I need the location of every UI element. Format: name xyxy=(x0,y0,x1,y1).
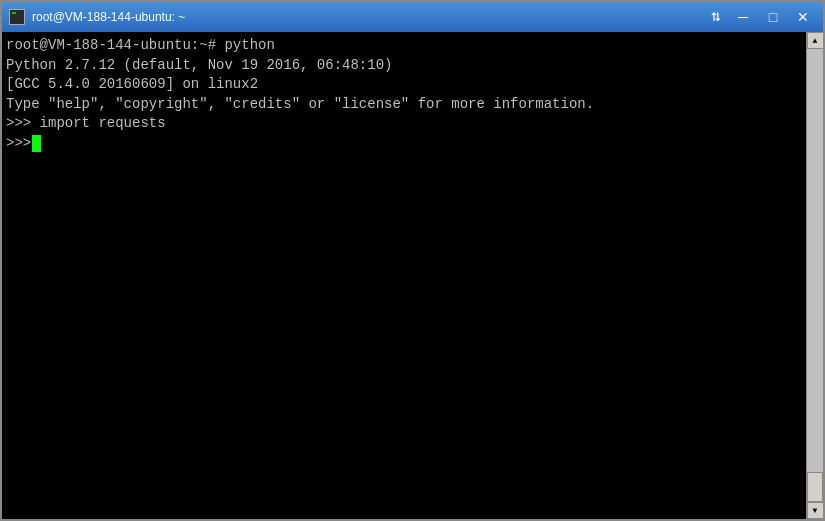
window-body: root@VM-188-144-ubuntu:~# python Python … xyxy=(2,32,823,519)
terminal-line-5: >>> import requests xyxy=(6,114,802,134)
terminal-area[interactable]: root@VM-188-144-ubuntu:~# python Python … xyxy=(2,32,806,519)
scrollbar[interactable]: ▲ ▼ xyxy=(806,32,823,519)
terminal-window: root@VM-188-144-ubuntu: ~ ⇅ ─ □ ✕ root@V… xyxy=(0,0,825,521)
restore-icon: ⇅ xyxy=(711,6,721,28)
titlebar: root@VM-188-144-ubuntu: ~ ⇅ ─ □ ✕ xyxy=(2,2,823,32)
scrollbar-track[interactable] xyxy=(807,49,823,502)
restore-button[interactable]: □ xyxy=(759,6,787,28)
scrollbar-up-button[interactable]: ▲ xyxy=(807,32,824,49)
scrollbar-down-button[interactable]: ▼ xyxy=(807,502,824,519)
titlebar-left: root@VM-188-144-ubuntu: ~ xyxy=(8,8,185,26)
terminal-prompt-line: >>> xyxy=(6,134,802,154)
window-controls: ⇅ ─ □ ✕ xyxy=(711,6,817,28)
minimize-button[interactable]: ─ xyxy=(729,6,757,28)
scrollbar-thumb[interactable] xyxy=(807,472,823,502)
terminal-line-4: Type "help", "copyright", "credits" or "… xyxy=(6,95,802,115)
close-button[interactable]: ✕ xyxy=(789,6,817,28)
terminal-line-2: Python 2.7.12 (default, Nov 19 2016, 06:… xyxy=(6,56,802,76)
cursor xyxy=(32,135,41,152)
terminal-icon xyxy=(8,8,26,26)
terminal-line-3: [GCC 5.4.0 20160609] on linux2 xyxy=(6,75,802,95)
terminal-line-1: root@VM-188-144-ubuntu:~# python xyxy=(6,36,802,56)
prompt-text: >>> xyxy=(6,134,31,154)
window-title: root@VM-188-144-ubuntu: ~ xyxy=(32,10,185,24)
